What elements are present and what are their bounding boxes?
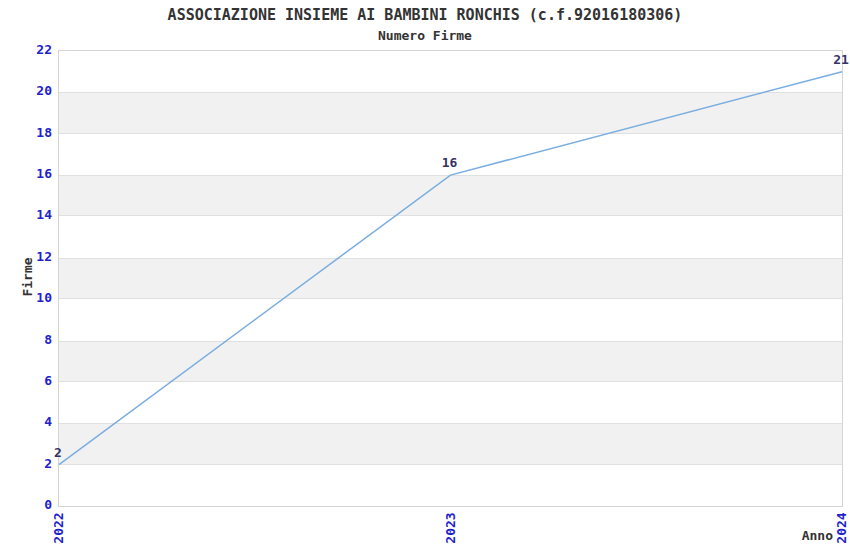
data-point-label: 2	[54, 444, 62, 459]
y-tick-label: 14	[0, 207, 52, 223]
line-chart: ASSOCIAZIONE INSIEME AI BAMBINI RONCHIS …	[0, 0, 850, 550]
y-tick-label: 0	[0, 497, 52, 513]
y-tick-label: 8	[0, 332, 52, 348]
y-tick-label: 22	[0, 42, 52, 58]
chart-title: ASSOCIAZIONE INSIEME AI BAMBINI RONCHIS …	[0, 6, 850, 24]
y-tick-label: 4	[0, 414, 52, 430]
y-tick-label: 18	[0, 125, 52, 141]
y-tick-label: 20	[0, 83, 52, 99]
x-tick-label: 2023	[442, 512, 457, 543]
x-tick-label: 2024	[834, 512, 849, 543]
data-point-label: 21	[833, 51, 849, 66]
line-series	[59, 51, 842, 506]
y-tick-label: 2	[0, 456, 52, 472]
y-axis-title: Firme	[20, 257, 35, 296]
x-tick-label: 2022	[51, 512, 66, 543]
plot-area	[58, 50, 843, 507]
data-point-label: 16	[442, 155, 458, 170]
chart-subtitle: Numero Firme	[0, 28, 850, 43]
series-line	[59, 72, 842, 465]
y-tick-label: 16	[0, 166, 52, 182]
x-axis-title: Anno	[802, 528, 833, 543]
y-tick-label: 6	[0, 373, 52, 389]
